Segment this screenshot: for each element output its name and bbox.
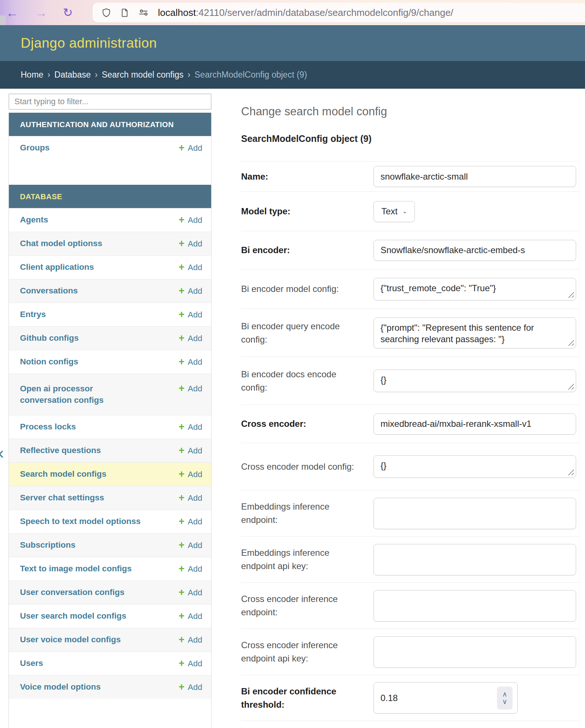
bi-encoder-query-encode-config-label: Bi encoder query encode config: [241, 320, 373, 346]
cross-encoder-input[interactable] [373, 414, 576, 435]
voice-model-options-link[interactable]: Voice model options [20, 681, 101, 693]
breadcrumb-separator: › [95, 70, 98, 80]
conversations-link[interactable]: Conversations [20, 285, 78, 296]
site-title[interactable]: Django administration [21, 35, 157, 51]
breadcrumb: Home › Database › Search model configs ›… [0, 61, 585, 89]
object-title: SearchModelConfig object (9) [241, 133, 580, 144]
text-to-image-model-configs-link[interactable]: Text to image model configs [20, 563, 132, 574]
plus-icon: + [179, 333, 185, 343]
embeddings-inference-endpoint-api-key-input[interactable] [373, 544, 576, 575]
plus-icon: + [179, 422, 185, 432]
user-search-model-configs-link[interactable]: User search model configs [20, 610, 126, 622]
add-user-voice-model-configs-link[interactable]: +Add [179, 635, 202, 645]
chat-model-optionss-link[interactable]: Chat model optionss [20, 238, 102, 249]
speech-to-text-model-optionss-link[interactable]: Speech to text model optionss [20, 516, 141, 527]
agents-link[interactable]: Agents [20, 214, 48, 225]
plus-icon: + [179, 493, 185, 503]
add-groups-link[interactable]: +Add [179, 143, 202, 153]
bi-encoder-docs-encode-config-textarea[interactable]: {} [373, 370, 576, 392]
bi-encoder-query-encode-config-textarea[interactable]: {"prompt": "Represent this sentence for … [373, 317, 576, 348]
name-input[interactable] [373, 166, 576, 187]
groups-link[interactable]: Groups [20, 142, 50, 153]
model-type-value: Text [381, 206, 398, 217]
name-label: Name: [241, 170, 373, 183]
form-row-embeddings-inference-endpoint-api-key: Embeddings inference endpoint api key: [241, 537, 580, 583]
add-github-configs-link[interactable]: +Add [179, 333, 202, 343]
number-stepper[interactable]: ∧ ∨ [497, 687, 513, 710]
change-form: Name: Model type: Text ⌄ Bi encoder: Bi … [241, 161, 580, 721]
user-conversation-configs-link[interactable]: User conversation configs [20, 587, 125, 598]
bi-encoder-model-config-textarea[interactable]: {"trust_remote_code": "True"} [373, 278, 576, 300]
browser-reload-button[interactable]: ↻ [63, 7, 73, 18]
add-process-locks-link[interactable]: +Add [179, 422, 202, 432]
subscriptions-link[interactable]: Subscriptions [20, 540, 75, 551]
add-client-applications-link[interactable]: +Add [179, 262, 202, 272]
client-applications-link[interactable]: Client applications [20, 262, 94, 273]
add-users-link[interactable]: +Add [179, 659, 202, 669]
sidebar-item-server-chat-settingss: Server chat settingss +Add [9, 486, 211, 510]
server-chat-settingss-link[interactable]: Server chat settingss [20, 492, 104, 503]
embeddings-inference-endpoint-api-key-label: Embeddings inference endpoint api key: [241, 546, 373, 573]
module-gap [9, 160, 211, 185]
add-reflective-questions-link[interactable]: +Add [179, 446, 202, 456]
bi-encoder-confidence-threshold-input[interactable] [373, 682, 518, 714]
add-search-model-configs-link[interactable]: +Add [179, 469, 202, 479]
browser-forward-button[interactable]: → [35, 6, 47, 19]
bi-encoder-model-config-label: Bi encoder model config: [241, 282, 373, 296]
browser-toolbar: ← → ↻ localhost:42110/server/admin/datab… [0, 0, 585, 25]
form-row-model-type: Model type: Text ⌄ [241, 192, 580, 231]
add-entrys-link[interactable]: +Add [179, 310, 202, 320]
notion-configs-link[interactable]: Notion configs [20, 356, 78, 367]
breadcrumb-current: SearchModelConfig object (9) [195, 70, 307, 80]
shield-icon[interactable] [101, 8, 111, 18]
form-row-cross-encoder: Cross encoder: [241, 405, 580, 443]
form-row-bi-encoder-query-encode-config: Bi encoder query encode config: {"prompt… [241, 309, 580, 357]
sidebar-filter-input[interactable] [9, 93, 212, 110]
embeddings-inference-endpoint-input[interactable] [373, 498, 576, 529]
search-model-configs-link[interactable]: Search model configs [20, 469, 106, 480]
entrys-link[interactable]: Entrys [20, 309, 46, 320]
model-type-select[interactable]: Text ⌄ [373, 201, 415, 222]
add-chat-model-optionss-link[interactable]: +Add [179, 239, 202, 249]
reflective-questions-link[interactable]: Reflective questions [20, 445, 101, 456]
url-host: localhost [158, 7, 196, 18]
bi-encoder-input[interactable] [373, 240, 576, 261]
browser-back-button[interactable]: ← [6, 6, 18, 19]
sidebar-item-user-voice-model-configs: User voice model configs +Add [9, 628, 211, 652]
add-open-ai-processor-link[interactable]: +Add [179, 384, 202, 394]
process-locks-link[interactable]: Process locks [20, 421, 76, 432]
add-user-conversation-configs-link[interactable]: +Add [179, 588, 202, 598]
site-permissions-icon[interactable] [138, 8, 148, 18]
page-icon[interactable] [120, 8, 129, 17]
stepper-up-icon[interactable]: ∧ [502, 691, 507, 698]
cross-encoder-model-config-textarea[interactable]: {} [373, 455, 576, 478]
bi-encoder-label: Bi encoder: [241, 244, 373, 257]
address-bar[interactable]: localhost:42110/server/admin/database/se… [92, 3, 585, 23]
plus-icon: + [179, 384, 185, 394]
cross-encoder-inference-endpoint-api-key-input[interactable] [373, 636, 576, 668]
url-text[interactable]: localhost:42110/server/admin/database/se… [158, 7, 453, 18]
add-subscriptions-link[interactable]: +Add [179, 540, 202, 550]
form-row-bi-encoder-model-config: Bi encoder model config: {"trust_remote_… [241, 269, 580, 309]
add-conversations-link[interactable]: +Add [179, 286, 202, 296]
open-ai-processor-conversation-configs-link[interactable]: Open ai processor conversation configs [20, 383, 146, 406]
breadcrumb-search-model-configs[interactable]: Search model configs [102, 70, 183, 80]
add-user-search-model-configs-link[interactable]: +Add [179, 611, 202, 621]
add-notion-configs-link[interactable]: +Add [179, 357, 202, 367]
user-voice-model-configs-link[interactable]: User voice model configs [20, 634, 121, 645]
cross-encoder-inference-endpoint-input[interactable] [373, 590, 576, 622]
breadcrumb-database[interactable]: Database [54, 70, 91, 80]
stepper-down-icon[interactable]: ∨ [502, 698, 507, 705]
add-server-chat-settingss-link[interactable]: +Add [179, 493, 202, 503]
users-link[interactable]: Users [20, 658, 43, 669]
github-configs-link[interactable]: Github configs [20, 333, 79, 344]
add-speech-to-text-link[interactable]: +Add [179, 517, 202, 527]
breadcrumb-home[interactable]: Home [21, 70, 43, 80]
add-text-to-image-link[interactable]: +Add [179, 564, 202, 574]
section-auth-caption: AUTHENTICATION AND AUTHORIZATION [9, 113, 211, 136]
plus-icon: + [179, 540, 185, 550]
add-agents-link[interactable]: +Add [179, 215, 202, 225]
sidebar-collapse-toggle[interactable]: « [0, 443, 4, 463]
add-voice-model-options-link[interactable]: +Add [179, 682, 202, 692]
sidebar-item-process-locks: Process locks +Add [9, 415, 211, 439]
